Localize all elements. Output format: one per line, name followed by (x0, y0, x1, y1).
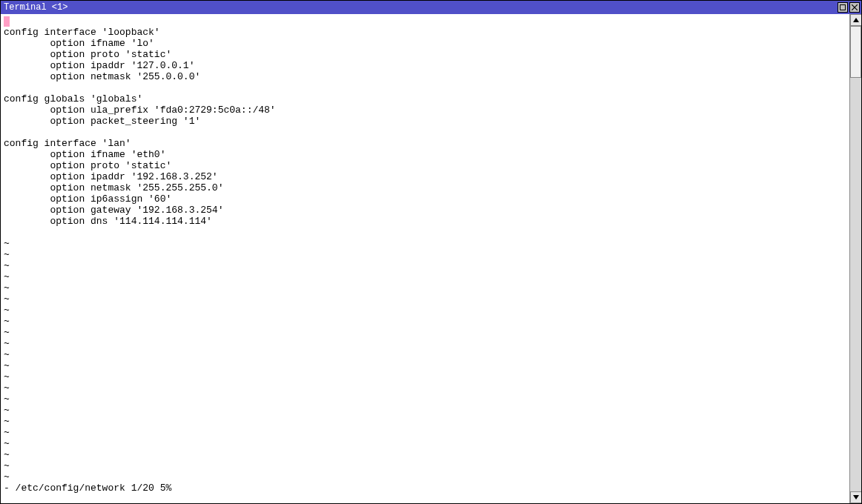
empty-line-tilde: ~ (4, 260, 10, 271)
empty-line-tilde: ~ (4, 294, 10, 305)
close-button[interactable] (849, 2, 860, 13)
maximize-icon (840, 4, 846, 10)
file-line: config interface 'loopback' (4, 27, 160, 38)
file-line: option ip6assign '60' (4, 193, 171, 205)
arrow-down-icon (853, 495, 859, 500)
window-title: Terminal <1> (2, 2, 68, 13)
empty-line-tilde: ~ (4, 371, 10, 382)
empty-line-tilde: ~ (4, 238, 10, 249)
file-line: option ipaddr '127.0.0.1' (4, 60, 194, 71)
empty-line-tilde: ~ (4, 338, 10, 349)
empty-line-tilde: ~ (4, 349, 10, 360)
file-line: option netmask '255.255.255.0' (4, 182, 223, 193)
file-line: option ifname 'eth0' (4, 149, 165, 160)
empty-line-tilde: ~ (4, 427, 10, 438)
empty-line-tilde: ~ (4, 316, 10, 327)
scroll-down-button[interactable] (850, 491, 862, 503)
empty-line-tilde: ~ (4, 471, 10, 483)
scroll-thumb[interactable] (850, 26, 861, 78)
file-line: option proto 'static' (4, 160, 171, 171)
file-line: option dns '114.114.114.114' (4, 216, 212, 227)
empty-line-tilde: ~ (4, 382, 10, 394)
status-line: - /etc/config/network 1/20 5% (4, 483, 171, 494)
scroll-up-button[interactable] (850, 14, 862, 26)
file-line: option ifname 'lo' (4, 38, 154, 49)
terminal-body: config interface 'loopback' option ifnam… (1, 14, 861, 503)
svg-rect-0 (840, 5, 846, 10)
empty-line-tilde: ~ (4, 449, 10, 460)
file-line: option ula_prefix 'fda0:2729:5c0a::/48' (4, 105, 276, 116)
file-line: option netmask '255.0.0.0' (4, 71, 200, 82)
file-line: config interface 'lan' (4, 138, 131, 149)
window-controls (838, 2, 860, 13)
empty-line-tilde: ~ (4, 327, 10, 338)
file-line: config globals 'globals' (4, 93, 142, 105)
empty-line-tilde: ~ (4, 416, 10, 427)
maximize-button[interactable] (838, 2, 848, 13)
file-line: option proto 'static' (4, 49, 171, 60)
terminal-content[interactable]: config interface 'loopback' option ifnam… (1, 14, 849, 503)
file-line: option gateway '192.168.3.254' (4, 205, 223, 216)
empty-line-tilde: ~ (4, 438, 10, 449)
close-icon (852, 4, 858, 10)
empty-line-tilde: ~ (4, 271, 10, 282)
cursor (4, 16, 10, 27)
file-line: option packet_steering '1' (4, 116, 200, 127)
empty-line-tilde: ~ (4, 460, 10, 471)
empty-line-tilde: ~ (4, 394, 10, 405)
scroll-track[interactable] (850, 26, 861, 491)
empty-line-tilde: ~ (4, 305, 10, 316)
arrow-up-icon (853, 18, 859, 22)
empty-line-tilde: ~ (4, 405, 10, 416)
empty-line-tilde: ~ (4, 249, 10, 260)
empty-line-tilde: ~ (4, 282, 10, 294)
empty-line-tilde: ~ (4, 360, 10, 371)
window-titlebar: Terminal <1> (1, 1, 861, 14)
svg-marker-3 (853, 18, 859, 22)
svg-marker-4 (853, 495, 859, 500)
file-line: option ipaddr '192.168.3.252' (4, 171, 218, 182)
vertical-scrollbar[interactable] (849, 14, 861, 503)
